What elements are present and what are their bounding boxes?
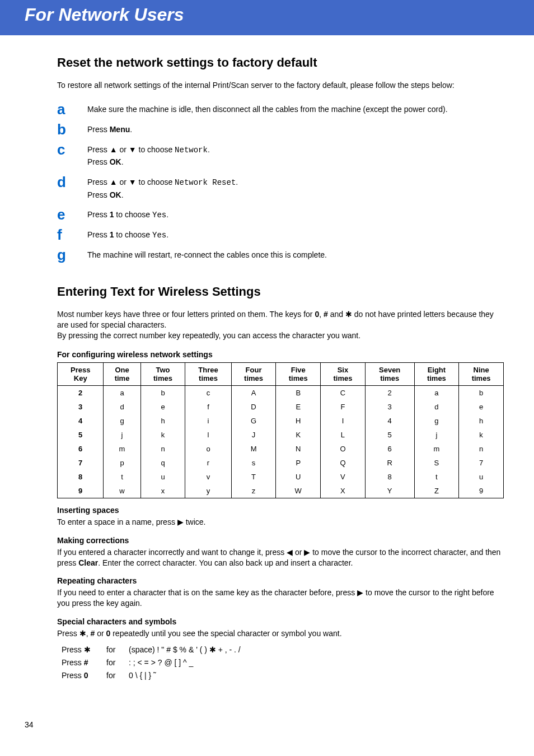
text: for xyxy=(106,645,129,655)
step-letter: c xyxy=(57,142,87,157)
text: Press ▲ or ▼ to choose xyxy=(87,178,175,186)
table-cell: M xyxy=(231,442,276,456)
table-cell: E xyxy=(276,400,321,414)
table-cell: I xyxy=(321,414,366,428)
table-caption: For configuring wireless network setting… xyxy=(57,350,504,359)
table-cell: e xyxy=(140,400,185,414)
step-a: a Make sure the machine is idle, then di… xyxy=(57,102,504,116)
table-cell: F xyxy=(321,400,366,414)
text: 0 \ { | } ˜ xyxy=(129,670,504,681)
text: repeatedly until you see the special cha… xyxy=(110,629,341,638)
table-cell: 7 xyxy=(459,456,504,470)
table-cell: 5 xyxy=(365,428,414,442)
table-cell: c xyxy=(185,385,231,400)
step-letter: b xyxy=(57,122,87,137)
table-cell: 9 xyxy=(459,484,504,498)
reset-intro: To restore all network settings of the i… xyxy=(57,80,504,91)
step-d: d Press ▲ or ▼ to choose Network Reset. … xyxy=(57,175,504,202)
text: By pressing the correct number key repea… xyxy=(57,331,360,340)
table-cell: A xyxy=(231,385,276,400)
col-header: Sixtimes xyxy=(321,362,366,385)
table-cell: S xyxy=(414,456,459,470)
page-number: 34 xyxy=(0,720,534,729)
banner: For Network Users xyxy=(0,0,534,35)
table-cell: x xyxy=(140,484,185,498)
key-hash: # xyxy=(324,310,328,319)
table-cell: j xyxy=(104,428,140,442)
table-cell: 6 xyxy=(58,442,104,456)
table-cell: w xyxy=(104,484,140,498)
clear-label: Clear xyxy=(78,558,98,567)
text: Press ✱, xyxy=(57,629,90,638)
table-cell: e xyxy=(459,400,504,414)
key-label: ✱ xyxy=(84,645,91,654)
step-body: Make sure the machine is idle, then disc… xyxy=(87,102,504,115)
table-cell: 4 xyxy=(365,414,414,428)
text: Most number keys have three or four lett… xyxy=(57,310,315,319)
table-cell: b xyxy=(459,385,504,400)
table-cell: D xyxy=(231,400,276,414)
sub-heading: Making corrections xyxy=(57,535,504,546)
table-row: 4ghiGHI4gh xyxy=(58,414,504,428)
text: Press xyxy=(87,125,110,134)
step-e: e Press 1 to choose Yes. xyxy=(57,207,504,222)
table-row: 6mnoMNO6mn xyxy=(58,442,504,456)
step-g: g The machine will restart, re-connect t… xyxy=(57,248,504,262)
inserting-spaces: Inserting spaces To enter a space in a n… xyxy=(57,505,504,528)
text: Press xyxy=(87,157,110,166)
step-letter: a xyxy=(57,102,87,116)
table-cell: y xyxy=(185,484,231,498)
text: . xyxy=(166,210,168,219)
table-cell: L xyxy=(321,428,366,442)
step-body: Press 1 to choose Yes. xyxy=(87,227,504,241)
page-content: Reset the network settings to factory de… xyxy=(0,35,534,681)
sub-heading: Special characters and symbols xyxy=(57,617,504,627)
table-cell: N xyxy=(276,442,321,456)
col-header: Ninetimes xyxy=(459,362,504,385)
table-cell: h xyxy=(459,414,504,428)
text: : ; < = > ? @ [ ] ^ _ xyxy=(129,657,504,668)
col-header: Twotimes xyxy=(140,362,185,385)
text: or xyxy=(95,629,106,638)
table-cell: 4 xyxy=(58,414,104,428)
table-row: 5jklJKL5jk xyxy=(58,428,504,442)
special-row: Press # for : ; < = > ? @ [ ] ^ _ xyxy=(57,657,504,668)
step-letter: d xyxy=(57,175,87,189)
table-cell: n xyxy=(459,442,504,456)
step-letter: f xyxy=(57,227,87,242)
table-cell: 2 xyxy=(58,385,104,400)
text: Press xyxy=(87,210,110,219)
special-characters: Special characters and symbols Press ✱, … xyxy=(57,617,504,680)
table-cell: 6 xyxy=(365,442,414,456)
table-cell: u xyxy=(140,470,185,484)
text: Press xyxy=(87,190,110,199)
table-cell: g xyxy=(104,414,140,428)
table-cell: d xyxy=(414,400,459,414)
table-cell: 3 xyxy=(365,400,414,414)
table-cell: t xyxy=(104,470,140,484)
sub-heading: Inserting spaces xyxy=(57,505,504,516)
table-cell: T xyxy=(231,470,276,484)
step-c: c Press ▲ or ▼ to choose Network. Press … xyxy=(57,142,504,169)
table-cell: i xyxy=(185,414,231,428)
text: . xyxy=(121,157,124,166)
table-cell: q xyxy=(140,456,185,470)
text: Press xyxy=(87,230,110,239)
table-cell: K xyxy=(276,428,321,442)
code-text: Yes xyxy=(152,231,166,240)
table-cell: W xyxy=(276,484,321,498)
col-header: Fourtimes xyxy=(231,362,276,385)
step-body: Press Menu. xyxy=(87,122,504,136)
col-header: Fivetimes xyxy=(276,362,321,385)
key-label: 0 xyxy=(84,671,88,680)
table-cell: 2 xyxy=(365,385,414,400)
table-cell: s xyxy=(231,456,276,470)
char-table: PressKey Onetime Twotimes Threetimes Fou… xyxy=(57,362,504,498)
banner-title: For Network Users xyxy=(25,4,534,25)
key-label: # xyxy=(84,658,88,667)
table-cell: 9 xyxy=(58,484,104,498)
sub-heading: Repeating characters xyxy=(57,576,504,586)
table-cell: G xyxy=(231,414,276,428)
table-cell: Y xyxy=(365,484,414,498)
text: . xyxy=(208,145,210,154)
